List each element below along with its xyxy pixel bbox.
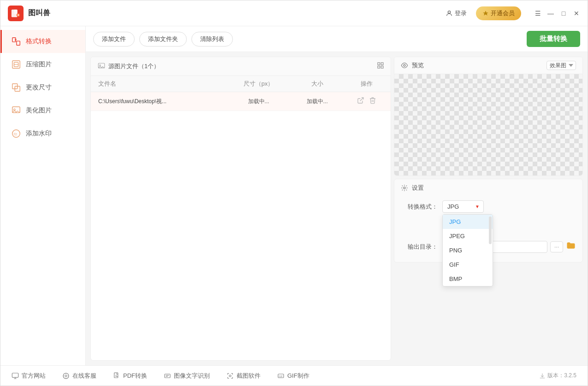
folder-icon[interactable] bbox=[566, 240, 576, 253]
svg-point-15 bbox=[100, 65, 101, 66]
preview-canvas bbox=[394, 74, 582, 175]
sidebar-label-compress: 压缩图片 bbox=[26, 60, 52, 69]
format-option-png[interactable]: PNG bbox=[443, 243, 493, 257]
sidebar-label-beautify: 美化图片 bbox=[26, 106, 52, 115]
format-current-value: JPG bbox=[447, 203, 459, 210]
gif-icon: GIF bbox=[277, 372, 285, 380]
svg-rect-27 bbox=[165, 374, 170, 378]
format-dropdown: JPG JPEG PNG GIF BMP bbox=[442, 214, 493, 287]
format-select-button[interactable]: JPG ▼ bbox=[442, 200, 484, 213]
sidebar-item-watermark[interactable]: 印 添加水印 bbox=[0, 122, 85, 145]
settings-header: 设置 bbox=[394, 179, 582, 197]
file-table: 文件名 尺寸（px） 大小 操作 C:\Users\fuwu\Desktop\视… bbox=[91, 76, 391, 111]
sidebar-label-format: 格式转换 bbox=[26, 37, 52, 46]
main-layout: 格式转换 压缩图片 更改尺寸 bbox=[0, 26, 588, 365]
logo-icon bbox=[11, 8, 21, 18]
footer-ocr[interactable]: 图像文字识别 bbox=[164, 372, 210, 380]
titlebar: 图叫兽 登录 开通会员 ☰ — □ ✕ bbox=[0, 0, 588, 26]
split-panel: 源图片文件（1个） 文件名 bbox=[86, 52, 588, 365]
svg-text:印: 印 bbox=[14, 132, 17, 136]
svg-point-28 bbox=[229, 375, 231, 377]
vip-icon bbox=[482, 10, 489, 17]
delete-file-button[interactable] bbox=[369, 97, 376, 106]
svg-text:GIF: GIF bbox=[279, 375, 283, 377]
compress-icon bbox=[11, 59, 21, 70]
footer-pdf[interactable]: PDF转换 bbox=[113, 372, 147, 380]
screenshot-icon bbox=[226, 372, 234, 380]
cell-filename: C:\Users\fuwu\Desktop\视... bbox=[91, 92, 226, 111]
content-area: 添加文件 添加文件夹 清除列表 批量转换 bbox=[86, 26, 588, 365]
output-dir-more-button[interactable]: ··· bbox=[550, 241, 563, 252]
open-file-button[interactable] bbox=[357, 97, 364, 106]
preview-icon bbox=[401, 62, 408, 69]
preview-panel: 预览 效果图 原图 bbox=[394, 57, 583, 361]
cell-action bbox=[343, 92, 391, 111]
pdf-icon bbox=[113, 372, 120, 380]
format-select-wrapper: JPG ▼ JPG JPEG PNG GIF BMP bbox=[442, 200, 484, 213]
cell-size: 加载中... bbox=[291, 92, 343, 111]
maximize-button[interactable]: □ bbox=[560, 10, 567, 17]
settings-box: 设置 转换格式： JPG ▼ bbox=[394, 179, 583, 263]
footer-website[interactable]: 官方网站 bbox=[12, 372, 46, 380]
col-size-px: 尺寸（px） bbox=[226, 76, 292, 92]
sidebar-item-resize[interactable]: 更改尺寸 bbox=[0, 76, 85, 99]
watermark-icon: 印 bbox=[11, 129, 21, 139]
add-file-button[interactable]: 添加文件 bbox=[93, 32, 135, 47]
sidebar-item-format[interactable]: 格式转换 bbox=[0, 30, 85, 53]
svg-rect-23 bbox=[12, 373, 18, 377]
col-action: 操作 bbox=[343, 76, 391, 92]
col-filename: 文件名 bbox=[91, 76, 226, 92]
close-button[interactable]: ✕ bbox=[573, 10, 580, 17]
svg-point-3 bbox=[448, 11, 450, 13]
sidebar-item-beautify[interactable]: 美化图片 bbox=[0, 99, 85, 122]
format-option-gif[interactable]: GIF bbox=[443, 257, 493, 272]
app-window: 图叫兽 登录 开通会员 ☰ — □ ✕ bbox=[0, 0, 588, 386]
preview-box: 预览 效果图 原图 bbox=[394, 57, 583, 176]
resize-icon bbox=[11, 82, 21, 93]
titlebar-controls: 登录 开通会员 ☰ — □ ✕ bbox=[442, 6, 580, 20]
format-option-jpg[interactable]: JPG bbox=[443, 215, 493, 229]
sidebar: 格式转换 压缩图片 更改尺寸 bbox=[0, 26, 86, 365]
svg-point-22 bbox=[404, 187, 405, 189]
clear-list-button[interactable]: 清除列表 bbox=[191, 32, 233, 47]
menu-button[interactable]: ☰ bbox=[534, 10, 541, 17]
svg-point-21 bbox=[404, 64, 405, 66]
output-dir-label: 输出目录： bbox=[401, 243, 438, 251]
monitor-icon bbox=[12, 372, 19, 380]
grid-icon bbox=[377, 62, 384, 69]
format-option-bmp[interactable]: BMP bbox=[443, 272, 493, 286]
file-count-label: 源图片文件（1个） bbox=[97, 62, 377, 70]
footer-screenshot[interactable]: 截图软件 bbox=[226, 372, 261, 380]
sidebar-label-resize: 更改尺寸 bbox=[26, 83, 52, 92]
file-panel: 源图片文件（1个） 文件名 bbox=[90, 57, 391, 361]
dropdown-scrollbar bbox=[489, 216, 492, 244]
svg-point-25 bbox=[65, 375, 67, 377]
add-folder-button[interactable]: 添加文件夹 bbox=[139, 32, 187, 47]
app-logo bbox=[8, 6, 24, 21]
settings-format-row: 转换格式： JPG ▼ JPG JPEG PNG bbox=[394, 197, 582, 216]
format-icon bbox=[11, 36, 21, 47]
footer-support[interactable]: 在线客服 bbox=[62, 372, 96, 380]
svg-rect-5 bbox=[17, 41, 20, 45]
image-icon bbox=[97, 62, 106, 70]
batch-convert-button[interactable]: 批量转换 bbox=[527, 31, 580, 47]
minimize-button[interactable]: — bbox=[547, 10, 554, 17]
user-icon bbox=[445, 10, 453, 17]
svg-rect-16 bbox=[378, 63, 380, 65]
sidebar-item-compress[interactable]: 压缩图片 bbox=[0, 53, 85, 76]
customer-service-icon bbox=[62, 372, 70, 380]
folder-open-icon bbox=[566, 240, 576, 251]
vip-button[interactable]: 开通会员 bbox=[476, 6, 521, 20]
footer-gif[interactable]: GIF GIF制作 bbox=[277, 372, 309, 380]
file-panel-header: 源图片文件（1个） bbox=[91, 57, 391, 76]
footer: 官方网站 在线客服 PDF转换 图像文字识别 bbox=[0, 365, 588, 386]
format-option-jpeg[interactable]: JPEG bbox=[443, 229, 493, 243]
login-button[interactable]: 登录 bbox=[442, 7, 470, 19]
effect-select[interactable]: 效果图 原图 bbox=[546, 61, 576, 70]
toolbar: 添加文件 添加文件夹 清除列表 批量转换 bbox=[86, 26, 588, 52]
format-dropdown-arrow: ▼ bbox=[475, 204, 480, 209]
svg-rect-18 bbox=[378, 66, 380, 68]
svg-line-20 bbox=[360, 98, 363, 101]
grid-view-button[interactable] bbox=[377, 62, 384, 71]
settings-icon bbox=[401, 184, 408, 192]
